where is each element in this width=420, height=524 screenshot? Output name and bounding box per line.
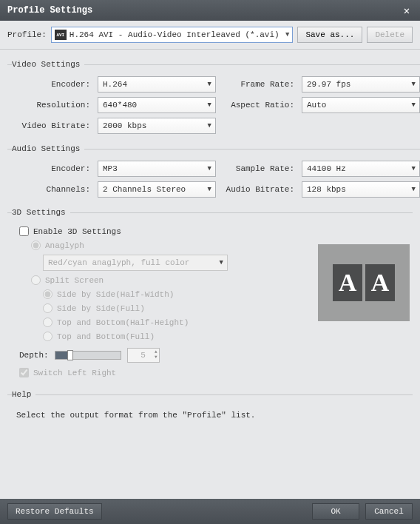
3d-legend: 3D Settings bbox=[12, 208, 70, 217]
chevron-down-icon: ▼ bbox=[285, 31, 289, 38]
profile-select-value: H.264 AVI - Audio-Video Interleaved (*.a… bbox=[70, 30, 280, 39]
chevron-down-icon: ▼ bbox=[412, 101, 416, 109]
tab-full-radio bbox=[43, 332, 52, 341]
anaglyph-radio bbox=[31, 241, 41, 250]
audio-legend: Audio Settings bbox=[12, 144, 84, 153]
anaglyph-label: Anaglyph bbox=[45, 241, 84, 250]
frame-rate-label: Frame Rate: bbox=[222, 80, 296, 89]
chevron-down-icon: ▼ bbox=[208, 122, 211, 130]
cancel-button[interactable]: Cancel bbox=[365, 503, 413, 520]
sample-rate-select[interactable]: 44100 Hz ▼ bbox=[302, 161, 420, 177]
audio-bitrate-select[interactable]: 128 kbps ▼ bbox=[302, 181, 420, 198]
anaglyph-mode-select: Red/cyan anaglyph, full color ▼ bbox=[43, 255, 228, 271]
window-title: Profile Settings bbox=[7, 5, 92, 16]
switch-lr-label: Switch Left Right bbox=[33, 369, 116, 377]
video-encoder-select[interactable]: H.264 ▼ bbox=[98, 76, 216, 93]
preview-left-a: A bbox=[333, 264, 362, 301]
chevron-down-icon: ▼ bbox=[208, 81, 211, 88]
profile-toolbar: Profile: AVI H.264 AVI - Audio-Video Int… bbox=[0, 21, 420, 50]
channels-select[interactable]: 2 Channels Stereo ▼ bbox=[98, 181, 216, 198]
aspect-ratio-label: Aspect Ratio: bbox=[222, 101, 296, 110]
restore-defaults-button[interactable]: Restore Defaults bbox=[7, 503, 102, 520]
depth-spinner: 5 ▲▼ bbox=[127, 348, 160, 363]
audio-settings-group: Audio Settings Encoder: MP3 ▼ Sample Rat… bbox=[7, 144, 420, 202]
audio-bitrate-label: Audio Bitrate: bbox=[222, 185, 296, 194]
help-text: Select the output format from the "Profi… bbox=[10, 406, 410, 420]
chevron-down-icon: ▼ bbox=[220, 259, 223, 266]
chevron-down-icon: ▼ bbox=[412, 186, 416, 193]
chevron-down-icon: ▼ bbox=[208, 186, 211, 193]
depth-slider[interactable] bbox=[55, 351, 121, 360]
slider-thumb[interactable] bbox=[67, 350, 73, 360]
preview-right-a: A bbox=[365, 264, 395, 301]
split-screen-label: Split Screen bbox=[45, 276, 104, 285]
ok-button[interactable]: OK bbox=[312, 503, 359, 520]
video-bitrate-label: Video Bitrate: bbox=[10, 121, 92, 130]
sbs-half-radio bbox=[43, 289, 52, 299]
avi-file-icon: AVI bbox=[55, 30, 67, 40]
profile-select[interactable]: AVI H.264 AVI - Audio-Video Interleaved … bbox=[51, 27, 294, 43]
profile-label: Profile: bbox=[7, 30, 47, 39]
video-encoder-label: Encoder: bbox=[10, 80, 92, 89]
depth-label: Depth: bbox=[19, 351, 49, 360]
enable-3d-label: Enable 3D Settings bbox=[33, 227, 121, 236]
tab-half-radio bbox=[43, 318, 52, 327]
audio-encoder-select[interactable]: MP3 ▼ bbox=[98, 161, 216, 177]
save-as-button[interactable]: Save as... bbox=[297, 27, 362, 43]
aspect-ratio-select[interactable]: Auto ▼ bbox=[302, 97, 420, 113]
switch-lr-checkbox bbox=[19, 368, 29, 377]
sample-rate-label: Sample Rate: bbox=[222, 164, 296, 173]
frame-rate-select[interactable]: 29.97 fps ▼ bbox=[302, 76, 420, 93]
resolution-label: Resolution: bbox=[10, 101, 92, 110]
audio-encoder-label: Encoder: bbox=[10, 164, 92, 173]
split-screen-radio bbox=[31, 275, 41, 285]
channels-label: Channels: bbox=[10, 185, 92, 194]
chevron-down-icon: ▼ bbox=[412, 81, 416, 88]
sbs-full-radio bbox=[43, 303, 52, 313]
video-legend: Video Settings bbox=[12, 60, 84, 69]
3d-preview: A A bbox=[318, 244, 410, 321]
chevron-down-icon: ▼ bbox=[208, 101, 211, 109]
titlebar: Profile Settings ✕ bbox=[0, 0, 420, 21]
dialog-footer: Restore Defaults OK Cancel bbox=[0, 499, 420, 524]
close-icon[interactable]: ✕ bbox=[399, 3, 414, 18]
enable-3d-checkbox[interactable] bbox=[19, 226, 29, 236]
video-bitrate-select[interactable]: 2000 kbps ▼ bbox=[98, 118, 216, 134]
chevron-down-icon: ▼ bbox=[412, 165, 416, 172]
resolution-select[interactable]: 640*480 ▼ bbox=[98, 97, 216, 113]
help-legend: Help bbox=[12, 390, 35, 399]
video-settings-group: Video Settings Encoder: H.264 ▼ Frame Ra… bbox=[7, 60, 420, 138]
help-group: Help Select the output format from the "… bbox=[7, 390, 413, 424]
chevron-down-icon: ▼ bbox=[208, 165, 211, 172]
delete-button: Delete bbox=[367, 27, 413, 43]
